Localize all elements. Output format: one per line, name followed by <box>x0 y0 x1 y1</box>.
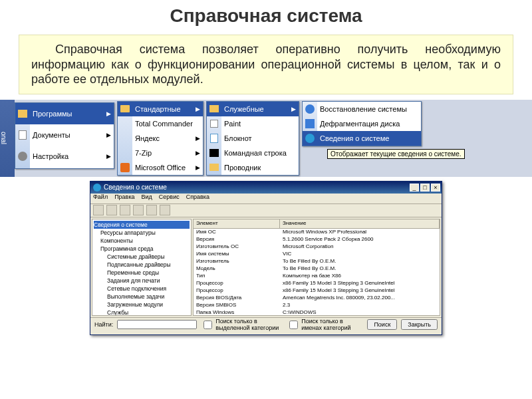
menu-item[interactable]: Блокнот <box>207 131 299 146</box>
submenu-arrow-icon: ▶ <box>106 110 111 117</box>
cell-element: Процессор <box>194 287 280 295</box>
fold2-icon <box>209 104 219 114</box>
tree-node[interactable]: Загруженные модули <box>94 301 190 309</box>
expl-icon <box>209 162 219 173</box>
table-row[interactable]: Процессорx86 Family 15 Model 3 Stepping … <box>194 280 440 287</box>
menu-item[interactable]: Командная строка <box>207 146 299 160</box>
sett-icon <box>17 151 28 162</box>
cell-value: x86 Family 15 Model 3 Stepping 3 Genuine… <box>280 287 440 295</box>
ms-icon <box>120 162 130 173</box>
table-row[interactable]: Версия BIOS/ДатаAmerican Megatrends Inc.… <box>194 295 440 302</box>
toolbar[interactable] <box>90 204 442 217</box>
menu-item[interactable]: Настройка▶ <box>15 146 114 167</box>
menu-Сервис[interactable]: Сервис <box>159 194 180 200</box>
toolbar-button[interactable] <box>146 205 157 215</box>
tree-node[interactable]: Программная среда <box>94 245 190 253</box>
close-search-button[interactable]: Закрыть <box>401 319 438 330</box>
table-row[interactable]: ТипКомпьютер на базе X86 <box>194 273 440 280</box>
menu-item[interactable]: Сведения о системе <box>303 131 421 146</box>
close-button[interactable]: × <box>431 184 440 192</box>
table-row[interactable]: Процессорx86 Family 15 Model 3 Stepping … <box>194 287 440 295</box>
menu-item[interactable]: Microsoft Office▶ <box>118 160 203 175</box>
toolbar-button[interactable] <box>120 205 130 215</box>
toolbar-button[interactable] <box>160 205 170 215</box>
tree-node[interactable]: Сведения о системе <box>94 221 190 229</box>
submenu-arrow-icon: ▶ <box>106 153 111 160</box>
cell-value: Компьютер на базе X86 <box>280 273 440 280</box>
submenu-arrow-icon: ▶ <box>291 106 296 112</box>
tree-node[interactable]: Службы <box>94 309 190 316</box>
statusbar-tooltip: Отображает текущие сведения о системе. <box>327 149 465 159</box>
table-row[interactable]: ИзготовительTo Be Filled By O.E.M. <box>194 258 440 265</box>
prog-icon <box>17 108 28 119</box>
find-button[interactable]: Поиск <box>367 319 397 330</box>
table-row[interactable]: Изготовитель ОСMicrosoft Corporation <box>194 243 440 251</box>
menu-item[interactable]: Проводник <box>207 160 299 175</box>
menu-Вид[interactable]: Вид <box>142 194 152 200</box>
tree-node[interactable]: Переменные среды <box>94 269 190 277</box>
tc-icon <box>120 118 130 129</box>
find-input[interactable] <box>117 320 197 329</box>
cell-element: Имя ОС <box>194 229 280 236</box>
tree-node[interactable]: Задания для печати <box>94 277 190 285</box>
menu-item-label: Стандартные <box>135 105 181 113</box>
menu-item[interactable]: Яндекс▶ <box>118 131 203 146</box>
tree-node[interactable]: Выполняемые задачи <box>94 293 190 301</box>
category-tree[interactable]: Сведения о системеРесурсы аппаратурыКомп… <box>92 219 192 316</box>
menu-item[interactable]: Paint <box>207 116 299 131</box>
start-menu-panel: Программы▶Документы▶Настройка▶ <box>15 102 114 169</box>
table-row[interactable]: Имя ОСMicrosoft Windows XP Professional <box>194 229 440 236</box>
details-grid[interactable]: Элемент Значение Имя ОСMicrosoft Windows… <box>193 219 440 316</box>
cell-element: Версия BIOS/Дата <box>194 295 280 302</box>
menu-item[interactable]: 7-Zip▶ <box>118 146 203 160</box>
cell-element: Тип <box>194 273 280 280</box>
submenu-arrow-icon: ▶ <box>196 150 200 156</box>
menu-item-label: Блокнот <box>224 134 252 142</box>
tree-node[interactable]: Сетевые подключения <box>94 285 190 293</box>
7z-icon <box>120 148 130 158</box>
table-row[interactable]: Версия5.1.2600 Service Pack 2 Сборка 260… <box>194 236 440 243</box>
toolbar-button[interactable] <box>93 205 104 215</box>
tree-node[interactable]: Компоненты <box>94 237 190 245</box>
find-label: Найти: <box>94 321 113 328</box>
menu-Справка[interactable]: Справка <box>186 194 209 200</box>
minimize-button[interactable]: _ <box>410 184 419 192</box>
col-element[interactable]: Элемент <box>194 219 280 228</box>
menu-item[interactable]: Документы▶ <box>15 124 114 146</box>
toolbar-button[interactable] <box>133 205 144 215</box>
table-row[interactable]: Папка WindowsC:\WINDOWS <box>194 309 440 316</box>
menu-Правка[interactable]: Правка <box>114 194 134 200</box>
tree-node[interactable]: Системные драйверы <box>94 253 190 261</box>
menubar[interactable]: ФайлПравкаВидСервисСправка <box>90 194 442 204</box>
menu-item[interactable]: Стандартные▶ <box>118 102 203 116</box>
menu-item[interactable]: Total Commander <box>118 116 203 131</box>
menu-item-label: Документы <box>33 131 70 139</box>
maximize-button[interactable]: □ <box>420 184 430 192</box>
menu-item[interactable]: Восстановление системы <box>303 102 421 116</box>
cell-element: Имя системы <box>194 251 280 258</box>
menu-Файл[interactable]: Файл <box>93 194 108 200</box>
tree-node[interactable]: Подписанные драйверы <box>94 261 190 269</box>
menu-item-label: Служебные <box>224 105 264 113</box>
tree-node[interactable]: Ресурсы аппаратуры <box>94 229 190 237</box>
titlebar[interactable]: Сведения о системе _□× <box>90 182 442 194</box>
cell-value: Microsoft Corporation <box>280 243 440 251</box>
paint-icon <box>209 118 219 129</box>
table-row[interactable]: Версия SMBIOS2.3 <box>194 302 440 309</box>
cell-element: Процессор <box>194 280 280 287</box>
y-icon <box>120 133 130 144</box>
toolbar-button[interactable] <box>106 205 117 215</box>
col-value[interactable]: Значение <box>280 219 440 228</box>
menu-item[interactable]: Служебные▶ <box>207 102 299 116</box>
chk-selected-category[interactable] <box>203 321 212 329</box>
cell-value: 2.3 <box>280 302 440 309</box>
menu-item[interactable]: Дефрагментация диска <box>303 116 421 131</box>
standard-panel: Служебные▶PaintБлокнотКомандная строкаПр… <box>206 101 299 176</box>
chk-category-names[interactable] <box>289 321 298 329</box>
table-row[interactable]: МодельTo Be Filled By O.E.M. <box>194 265 440 273</box>
programs-panel: Стандартные▶Total CommanderЯндекс▶7-Zip▶… <box>117 101 203 176</box>
menu-item[interactable]: Программы▶ <box>15 103 114 124</box>
menu-item-label: Total Commander <box>135 120 193 128</box>
cell-value: To Be Filled By O.E.M. <box>280 265 440 273</box>
table-row[interactable]: Имя системыVIC <box>194 251 440 258</box>
